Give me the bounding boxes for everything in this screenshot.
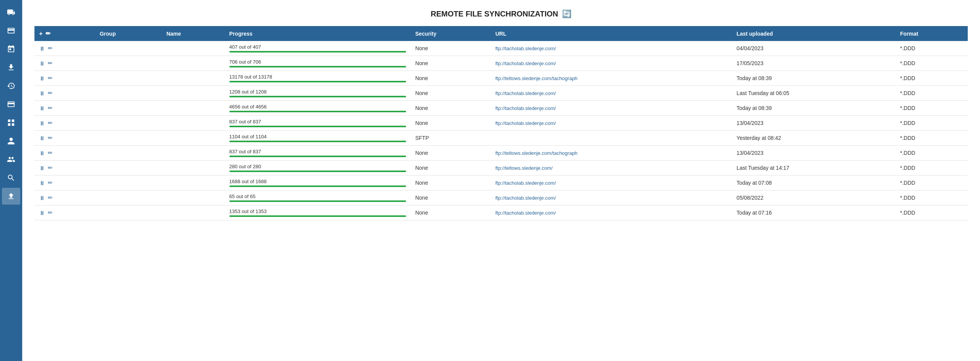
row-edit-icon[interactable]: ✏ <box>48 164 53 171</box>
sidebar-item-user[interactable] <box>2 133 20 149</box>
row-5-format: *.DDD <box>895 116 968 131</box>
sidebar-item-calendar[interactable] <box>2 41 20 57</box>
url-link[interactable]: ftp://teltows.sledenje.com/tachograph <box>495 150 578 156</box>
row-5-progress: 837 out of 837 <box>225 116 411 131</box>
url-link[interactable]: ftp://teltows.sledenje.com/tachograph <box>495 75 578 81</box>
row-8-actions: ⏸ ✏ <box>34 161 95 176</box>
row-edit-icon[interactable]: ✏ <box>48 194 53 201</box>
row-11-url: ftp://tacholab.sledenje.com/ <box>491 205 732 220</box>
row-4-url: ftp://tacholab.sledenje.com/ <box>491 101 732 116</box>
row-pause-icon[interactable]: ⏸ <box>39 150 45 156</box>
row-5-group <box>95 116 162 131</box>
row-pause-icon[interactable]: ⏸ <box>39 180 45 186</box>
row-9-security: None <box>411 176 491 190</box>
url-link[interactable]: ftp://teltows.sledenje.com/ <box>495 165 553 171</box>
row-pause-icon[interactable]: ⏸ <box>39 75 45 82</box>
sidebar-item-grid[interactable] <box>2 114 20 131</box>
row-edit-icon[interactable]: ✏ <box>48 120 53 126</box>
row-edit-icon[interactable]: ✏ <box>48 149 53 156</box>
row-10-security: None <box>411 190 491 205</box>
table-row: ⏸ ✏ 280 out of 280 Noneftp://teltows.sle… <box>34 161 968 176</box>
row-9-name <box>162 176 225 190</box>
progress-bar-track <box>229 126 406 127</box>
row-10-name <box>162 190 225 205</box>
progress-text: 837 out of 837 <box>229 149 261 154</box>
progress-bar-fill <box>229 51 406 53</box>
row-pause-icon[interactable]: ⏸ <box>39 60 45 67</box>
row-7-name <box>162 146 225 161</box>
row-7-format: *.DDD <box>895 146 968 161</box>
sidebar-item-billing[interactable] <box>2 96 20 113</box>
url-link[interactable]: ftp://tacholab.sledenje.com/ <box>495 61 556 66</box>
row-1-name <box>162 56 225 71</box>
url-link[interactable]: ftp://tacholab.sledenje.com/ <box>495 210 556 216</box>
row-1-last-uploaded: 17/05/2023 <box>732 56 895 71</box>
row-10-format: *.DDD <box>895 190 968 205</box>
row-edit-icon[interactable]: ✏ <box>48 90 53 97</box>
url-link[interactable]: ftp://tacholab.sledenje.com/ <box>495 105 556 111</box>
row-0-security: None <box>411 41 491 56</box>
sidebar-item-upload[interactable] <box>2 188 20 205</box>
row-5-name <box>162 116 225 131</box>
row-4-name <box>162 101 225 116</box>
row-pause-icon[interactable]: ⏸ <box>39 195 45 201</box>
sidebar-item-truck[interactable] <box>2 4 20 21</box>
progress-bar-fill <box>229 111 406 112</box>
row-pause-icon[interactable]: ⏸ <box>39 90 45 97</box>
row-9-group <box>95 176 162 190</box>
row-pause-icon[interactable]: ⏸ <box>39 105 45 112</box>
row-4-actions: ⏸ ✏ <box>34 101 95 116</box>
row-9-last-uploaded: Today at 07:08 <box>732 176 895 190</box>
main-content: REMOTE FILE SYNCHRONIZATION 🔄 + ✏ Group … <box>22 0 980 361</box>
progress-bar-track <box>229 200 406 202</box>
progress-bar-fill <box>229 185 406 187</box>
row-edit-icon[interactable]: ✏ <box>48 75 53 82</box>
url-link[interactable]: ftp://tacholab.sledenje.com/ <box>495 180 556 186</box>
sidebar-item-search[interactable] <box>2 169 20 186</box>
row-1-url: ftp://tacholab.sledenje.com/ <box>491 56 732 71</box>
row-pause-icon[interactable]: ⏸ <box>39 165 45 171</box>
url-link[interactable]: ftp://tacholab.sledenje.com/ <box>495 195 556 201</box>
row-edit-icon[interactable]: ✏ <box>48 105 53 112</box>
row-1-progress: 706 out of 706 <box>225 56 411 71</box>
url-link[interactable]: ftp://tacholab.sledenje.com/ <box>495 46 556 51</box>
row-pause-icon[interactable]: ⏸ <box>39 210 45 216</box>
row-1-actions: ⏸ ✏ <box>34 56 95 71</box>
row-7-progress: 837 out of 837 <box>225 146 411 161</box>
row-9-progress: 1688 out of 1688 <box>225 176 411 190</box>
table-row: ⏸ ✏ 1104 out of 1104 SFTPYesterday at 08… <box>34 131 968 146</box>
row-edit-icon[interactable]: ✏ <box>48 135 53 141</box>
row-2-format: *.DDD <box>895 71 968 86</box>
progress-bar-track <box>229 185 406 187</box>
row-edit-icon[interactable]: ✏ <box>48 60 53 67</box>
row-0-format: *.DDD <box>895 41 968 56</box>
row-0-name <box>162 41 225 56</box>
row-edit-icon[interactable]: ✏ <box>48 179 53 186</box>
sidebar-item-download[interactable] <box>2 59 20 76</box>
row-edit-icon[interactable]: ✏ <box>48 209 53 216</box>
row-0-url: ftp://tacholab.sledenje.com/ <box>491 41 732 56</box>
progress-text: 837 out of 837 <box>229 119 261 125</box>
sidebar-item-history[interactable] <box>2 77 20 94</box>
url-link[interactable]: ftp://tacholab.sledenje.com/ <box>495 90 556 96</box>
row-1-security: None <box>411 56 491 71</box>
row-pause-icon[interactable]: ⏸ <box>39 45 45 52</box>
row-pause-icon[interactable]: ⏸ <box>39 120 45 126</box>
row-11-group <box>95 205 162 220</box>
row-6-format: *.DDD <box>895 131 968 146</box>
row-11-actions: ⏸ ✏ <box>34 205 95 220</box>
progress-text: 280 out of 280 <box>229 164 261 169</box>
row-3-name <box>162 86 225 101</box>
add-icon[interactable]: + <box>39 30 42 37</box>
row-6-url <box>491 131 732 146</box>
sidebar-item-card[interactable] <box>2 22 20 39</box>
edit-header-icon[interactable]: ✏ <box>46 30 51 37</box>
refresh-icon[interactable]: 🔄 <box>562 9 572 18</box>
sidebar-item-users[interactable] <box>2 151 20 168</box>
row-edit-icon[interactable]: ✏ <box>48 45 53 52</box>
row-8-name <box>162 161 225 176</box>
row-pause-icon[interactable]: ⏸ <box>39 135 45 141</box>
progress-bar-fill <box>229 215 406 217</box>
url-link[interactable]: ftp://tacholab.sledenje.com/ <box>495 120 556 126</box>
row-7-last-uploaded: 13/04/2023 <box>732 146 895 161</box>
